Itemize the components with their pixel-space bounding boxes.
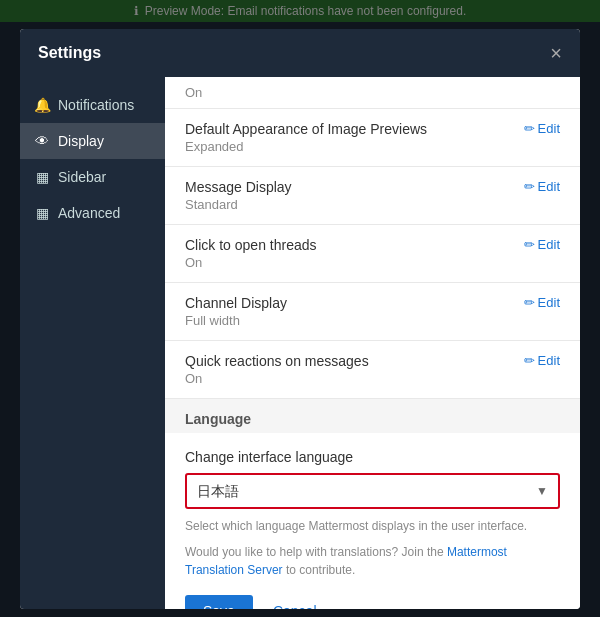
sidebar-item-label: Advanced: [58, 205, 120, 221]
pencil-icon: ✏: [524, 295, 535, 310]
setting-name: Quick reactions on messages: [185, 353, 369, 369]
setting-row-header: Default Appearance of Image Previews ✏ E…: [185, 121, 560, 137]
setting-row-header: Channel Display ✏ Edit: [185, 295, 560, 311]
settings-modal: Settings × 🔔 Notifications 👁 Display ▦ S…: [20, 29, 580, 609]
sidebar-item-label: Sidebar: [58, 169, 106, 185]
save-button[interactable]: Save: [185, 595, 253, 609]
sidebar-item-notifications[interactable]: 🔔 Notifications: [20, 87, 165, 123]
pencil-icon: ✏: [524, 237, 535, 252]
language-section: Language Change interface language 日本語 E…: [165, 399, 580, 609]
edit-link-quick-reactions[interactable]: ✏ Edit: [524, 353, 560, 368]
cancel-button[interactable]: Cancel: [263, 595, 327, 609]
setting-row: Quick reactions on messages ✏ Edit On: [165, 341, 580, 399]
sidebar-item-label: Display: [58, 133, 104, 149]
modal-header: Settings ×: [20, 29, 580, 77]
sidebar-item-label: Notifications: [58, 97, 134, 113]
setting-row: Default Appearance of Image Previews ✏ E…: [165, 109, 580, 167]
edit-link-image-previews[interactable]: ✏ Edit: [524, 121, 560, 136]
setting-name: Default Appearance of Image Previews: [185, 121, 427, 137]
close-button[interactable]: ×: [550, 43, 562, 63]
setting-row-header: Click to open threads ✏ Edit: [185, 237, 560, 253]
language-select[interactable]: 日本語 English Deutsch Français: [187, 475, 558, 507]
sidebar-item-advanced[interactable]: ▦ Advanced: [20, 195, 165, 231]
setting-name: Message Display: [185, 179, 292, 195]
edit-link-message-display[interactable]: ✏ Edit: [524, 179, 560, 194]
modal-body: 🔔 Notifications 👁 Display ▦ Sidebar ▦ Ad…: [20, 77, 580, 609]
setting-row: Click to open threads ✏ Edit On: [165, 225, 580, 283]
action-buttons: Save Cancel: [185, 595, 560, 609]
language-select-wrapper: 日本語 English Deutsch Français ▼: [185, 473, 560, 509]
setting-value: Full width: [185, 313, 560, 328]
pencil-icon: ✏: [524, 179, 535, 194]
language-section-title: Language: [165, 399, 580, 433]
sidebar-icon: ▦: [34, 169, 50, 185]
modal-overlay: Settings × 🔔 Notifications 👁 Display ▦ S…: [0, 0, 600, 617]
modal-title: Settings: [38, 44, 101, 62]
settings-sidebar: 🔔 Notifications 👁 Display ▦ Sidebar ▦ Ad…: [20, 77, 165, 609]
setting-row: Channel Display ✏ Edit Full width: [165, 283, 580, 341]
setting-value: On: [185, 255, 560, 270]
setting-row-header: Message Display ✏ Edit: [185, 179, 560, 195]
setting-name: Channel Display: [185, 295, 287, 311]
sidebar-item-sidebar[interactable]: ▦ Sidebar: [20, 159, 165, 195]
sidebar-item-display[interactable]: 👁 Display: [20, 123, 165, 159]
setting-value: On: [185, 371, 560, 386]
language-hint-2: Would you like to help with translations…: [185, 543, 560, 579]
setting-value: Expanded: [185, 139, 560, 154]
edit-link-click-threads[interactable]: ✏ Edit: [524, 237, 560, 252]
display-icon: 👁: [34, 133, 50, 149]
notifications-icon: 🔔: [34, 97, 50, 113]
setting-value: Standard: [185, 197, 560, 212]
pencil-icon: ✏: [524, 353, 535, 368]
display-settings-section: On Default Appearance of Image Previews …: [165, 77, 580, 399]
pencil-icon: ✏: [524, 121, 535, 136]
edit-link-channel-display[interactable]: ✏ Edit: [524, 295, 560, 310]
setting-row: Message Display ✏ Edit Standard: [165, 167, 580, 225]
language-field-label: Change interface language: [185, 449, 560, 465]
settings-content: On Default Appearance of Image Previews …: [165, 77, 580, 609]
top-value: On: [165, 77, 580, 109]
setting-row-header: Quick reactions on messages ✏ Edit: [185, 353, 560, 369]
language-hint-1: Select which language Mattermost display…: [185, 517, 560, 535]
language-body: Change interface language 日本語 English De…: [165, 433, 580, 609]
advanced-icon: ▦: [34, 205, 50, 221]
setting-name: Click to open threads: [185, 237, 317, 253]
